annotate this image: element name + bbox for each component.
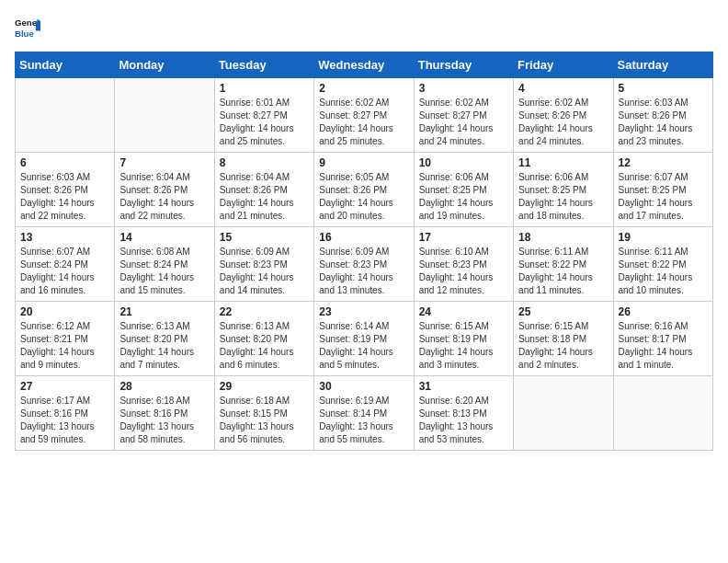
day-info: Sunrise: 6:18 AMSunset: 8:15 PMDaylight:…: [220, 395, 309, 446]
calendar-cell: 4Sunrise: 6:02 AMSunset: 8:26 PMDaylight…: [514, 78, 613, 153]
day-info: Sunrise: 6:07 AMSunset: 8:24 PMDaylight:…: [20, 246, 109, 297]
day-number: 23: [319, 305, 408, 318]
day-number: 31: [419, 380, 508, 393]
calendar-cell: 11Sunrise: 6:06 AMSunset: 8:25 PMDayligh…: [514, 153, 613, 227]
day-number: 18: [518, 231, 608, 244]
calendar-cell: 22Sunrise: 6:13 AMSunset: 8:20 PMDayligh…: [214, 302, 313, 376]
day-number: 12: [619, 156, 708, 169]
day-info: Sunrise: 6:06 AMSunset: 8:25 PMDaylight:…: [419, 171, 508, 223]
day-number: 26: [619, 305, 708, 318]
calendar-cell: 21Sunrise: 6:13 AMSunset: 8:20 PMDayligh…: [115, 302, 214, 376]
calendar-cell: [16, 78, 115, 153]
day-info: Sunrise: 6:19 AMSunset: 8:14 PMDaylight:…: [319, 395, 408, 446]
day-info: Sunrise: 6:02 AMSunset: 8:27 PMDaylight:…: [319, 97, 408, 148]
calendar-cell: 2Sunrise: 6:02 AMSunset: 8:27 PMDaylight…: [314, 78, 414, 153]
calendar-cell: 10Sunrise: 6:06 AMSunset: 8:25 PMDayligh…: [414, 153, 513, 227]
day-info: Sunrise: 6:18 AMSunset: 8:16 PMDaylight:…: [119, 395, 209, 446]
day-number: 29: [220, 380, 309, 393]
day-number: 27: [20, 380, 109, 393]
calendar-cell: 24Sunrise: 6:15 AMSunset: 8:19 PMDayligh…: [414, 302, 513, 376]
day-number: 15: [220, 231, 309, 244]
day-info: Sunrise: 6:03 AMSunset: 8:26 PMDaylight:…: [20, 171, 109, 223]
calendar-cell: 30Sunrise: 6:19 AMSunset: 8:14 PMDayligh…: [314, 376, 414, 451]
calendar-cell: 23Sunrise: 6:14 AMSunset: 8:19 PMDayligh…: [314, 302, 414, 376]
weekday-header-sunday: Sunday: [16, 52, 115, 78]
calendar-cell: 7Sunrise: 6:04 AMSunset: 8:26 PMDaylight…: [115, 153, 214, 227]
day-info: Sunrise: 6:02 AMSunset: 8:26 PMDaylight:…: [518, 97, 608, 148]
day-number: 6: [20, 156, 109, 169]
day-number: 2: [319, 82, 408, 95]
day-number: 7: [119, 156, 209, 169]
day-number: 21: [119, 305, 209, 318]
calendar-cell: 1Sunrise: 6:01 AMSunset: 8:27 PMDaylight…: [214, 78, 313, 153]
calendar-cell: 27Sunrise: 6:17 AMSunset: 8:16 PMDayligh…: [16, 376, 115, 451]
calendar-header-row: SundayMondayTuesdayWednesdayThursdayFrid…: [16, 52, 713, 78]
day-number: 11: [518, 156, 608, 169]
calendar-cell: 20Sunrise: 6:12 AMSunset: 8:21 PMDayligh…: [16, 302, 115, 376]
weekday-header-saturday: Saturday: [613, 52, 712, 78]
day-number: 16: [319, 231, 408, 244]
day-number: 10: [419, 156, 508, 169]
calendar-cell: 31Sunrise: 6:20 AMSunset: 8:13 PMDayligh…: [414, 376, 513, 451]
calendar-cell: 25Sunrise: 6:15 AMSunset: 8:18 PMDayligh…: [514, 302, 613, 376]
calendar-cell: 19Sunrise: 6:11 AMSunset: 8:22 PMDayligh…: [613, 227, 712, 302]
day-info: Sunrise: 6:09 AMSunset: 8:23 PMDaylight:…: [319, 246, 408, 297]
day-number: 24: [419, 305, 508, 318]
day-info: Sunrise: 6:04 AMSunset: 8:26 PMDaylight:…: [220, 171, 309, 223]
calendar-cell: 15Sunrise: 6:09 AMSunset: 8:23 PMDayligh…: [214, 227, 313, 302]
day-info: Sunrise: 6:05 AMSunset: 8:26 PMDaylight:…: [319, 171, 408, 223]
day-number: 9: [319, 156, 408, 169]
weekday-header-monday: Monday: [115, 52, 214, 78]
calendar-cell: 17Sunrise: 6:10 AMSunset: 8:23 PMDayligh…: [414, 227, 513, 302]
logo-icon: General Blue: [15, 15, 40, 40]
day-info: Sunrise: 6:01 AMSunset: 8:27 PMDaylight:…: [220, 97, 309, 148]
day-number: 8: [220, 156, 309, 169]
calendar-cell: [613, 376, 712, 451]
calendar-cell: 5Sunrise: 6:03 AMSunset: 8:26 PMDaylight…: [613, 78, 712, 153]
day-info: Sunrise: 6:13 AMSunset: 8:20 PMDaylight:…: [220, 320, 309, 372]
calendar-week-row: 13Sunrise: 6:07 AMSunset: 8:24 PMDayligh…: [16, 227, 713, 302]
day-number: 20: [20, 305, 109, 318]
day-info: Sunrise: 6:13 AMSunset: 8:20 PMDaylight:…: [119, 320, 209, 372]
day-number: 3: [419, 82, 508, 95]
calendar-cell: 14Sunrise: 6:08 AMSunset: 8:24 PMDayligh…: [115, 227, 214, 302]
weekday-header-wednesday: Wednesday: [314, 52, 414, 78]
day-info: Sunrise: 6:06 AMSunset: 8:25 PMDaylight:…: [518, 171, 608, 223]
day-number: 19: [619, 231, 708, 244]
day-number: 30: [319, 380, 408, 393]
calendar-week-row: 20Sunrise: 6:12 AMSunset: 8:21 PMDayligh…: [16, 302, 713, 376]
day-info: Sunrise: 6:10 AMSunset: 8:23 PMDaylight:…: [419, 246, 508, 297]
day-number: 1: [220, 82, 309, 95]
day-number: 28: [119, 380, 209, 393]
svg-text:Blue: Blue: [15, 29, 34, 39]
day-number: 4: [518, 82, 608, 95]
calendar-table: SundayMondayTuesdayWednesdayThursdayFrid…: [15, 52, 713, 451]
day-info: Sunrise: 6:11 AMSunset: 8:22 PMDaylight:…: [518, 246, 608, 297]
day-info: Sunrise: 6:15 AMSunset: 8:18 PMDaylight:…: [518, 320, 608, 372]
day-info: Sunrise: 6:04 AMSunset: 8:26 PMDaylight:…: [119, 171, 209, 223]
calendar-cell: 9Sunrise: 6:05 AMSunset: 8:26 PMDaylight…: [314, 153, 414, 227]
day-number: 13: [20, 231, 109, 244]
calendar-week-row: 1Sunrise: 6:01 AMSunset: 8:27 PMDaylight…: [16, 78, 713, 153]
logo: General Blue: [15, 15, 40, 40]
calendar-week-row: 6Sunrise: 6:03 AMSunset: 8:26 PMDaylight…: [16, 153, 713, 227]
day-info: Sunrise: 6:09 AMSunset: 8:23 PMDaylight:…: [220, 246, 309, 297]
calendar-cell: 26Sunrise: 6:16 AMSunset: 8:17 PMDayligh…: [613, 302, 712, 376]
calendar-cell: 3Sunrise: 6:02 AMSunset: 8:27 PMDaylight…: [414, 78, 513, 153]
day-info: Sunrise: 6:15 AMSunset: 8:19 PMDaylight:…: [419, 320, 508, 372]
day-number: 25: [518, 305, 608, 318]
day-info: Sunrise: 6:16 AMSunset: 8:17 PMDaylight:…: [619, 320, 708, 372]
calendar-cell: 18Sunrise: 6:11 AMSunset: 8:22 PMDayligh…: [514, 227, 613, 302]
day-info: Sunrise: 6:02 AMSunset: 8:27 PMDaylight:…: [419, 97, 508, 148]
calendar-cell: 12Sunrise: 6:07 AMSunset: 8:25 PMDayligh…: [613, 153, 712, 227]
calendar-cell: [115, 78, 214, 153]
day-info: Sunrise: 6:17 AMSunset: 8:16 PMDaylight:…: [20, 395, 109, 446]
page-header: General Blue: [15, 15, 713, 40]
day-number: 14: [119, 231, 209, 244]
day-info: Sunrise: 6:20 AMSunset: 8:13 PMDaylight:…: [419, 395, 508, 446]
day-info: Sunrise: 6:03 AMSunset: 8:26 PMDaylight:…: [619, 97, 708, 148]
day-info: Sunrise: 6:08 AMSunset: 8:24 PMDaylight:…: [119, 246, 209, 297]
day-number: 17: [419, 231, 508, 244]
weekday-header-thursday: Thursday: [414, 52, 513, 78]
weekday-header-friday: Friday: [514, 52, 613, 78]
